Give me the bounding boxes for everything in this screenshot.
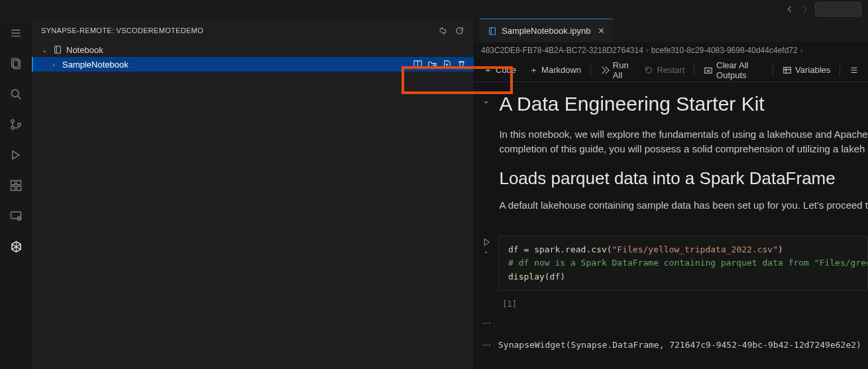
svg-rect-16 <box>784 67 791 73</box>
variables-button[interactable]: Variables <box>777 63 836 77</box>
run-all-icon <box>600 66 610 75</box>
editor-area: SampleNotebook.ipynb ✕ 483C2DE8-FB78-4B2… <box>474 19 868 369</box>
svg-point-3 <box>11 120 15 123</box>
side-panel: SYNAPSE-REMOTE: VSCODEREMOTEDEMO ⌄ Noteb… <box>32 19 474 369</box>
nav-forward-icon[interactable] <box>800 5 810 14</box>
execution-count: [1] <box>498 297 517 309</box>
new-folder-icon[interactable] <box>426 58 438 70</box>
new-file-icon[interactable] <box>441 58 453 70</box>
extensions-icon[interactable] <box>8 178 24 193</box>
variables-icon <box>783 66 792 75</box>
chevron-down-icon[interactable]: ⌄ <box>482 95 490 224</box>
heading-2: Loads parquet data into a Spark DataFram… <box>499 168 868 189</box>
breadcrumb-segment[interactable]: 483C2DE8-FB78-4B2A-BC72-3218D2764314 <box>481 46 643 55</box>
more-icon[interactable]: ⋯ <box>480 318 493 328</box>
breadcrumb[interactable]: 483C2DE8-FB78-4B2A-BC72-3218D2764314 › b… <box>474 42 868 58</box>
menu-icon[interactable] <box>8 25 24 41</box>
svg-rect-14 <box>490 27 496 34</box>
activity-bar <box>0 19 32 369</box>
add-code-button[interactable]: ＋ Code <box>478 62 521 78</box>
tree-label: Notebook <box>66 45 103 55</box>
plus-icon: ＋ <box>484 64 492 76</box>
breadcrumb-segment[interactable]: bcefe310-8c29-4083-9698-40d44c4efd72 <box>651 46 798 55</box>
plus-icon: ＋ <box>529 64 538 76</box>
tree-label: SampleNotebook <box>62 60 129 70</box>
search-icon[interactable] <box>8 86 24 102</box>
source-control-icon[interactable] <box>8 117 24 132</box>
delete-icon[interactable] <box>455 58 467 70</box>
tree-row-samplenotebook[interactable]: › SampleNotebook <box>32 57 474 72</box>
explorer-icon[interactable] <box>8 56 24 72</box>
sync-icon[interactable] <box>438 26 448 36</box>
command-search-input[interactable] <box>815 2 861 17</box>
synapse-icon[interactable] <box>8 238 24 254</box>
markdown-cell[interactable]: ⌄ A Data Engineering Starter Kit In this… <box>476 89 868 235</box>
code-cell[interactable]: ⌄ df = spark.read.csv("Files/yellow_trip… <box>476 235 868 297</box>
open-preview-icon[interactable] <box>411 58 423 70</box>
clear-outputs-button[interactable]: Clear All Outputs <box>698 58 769 82</box>
divider <box>694 64 694 76</box>
editor-tab-label: SampleNotebook.ipynb <box>502 26 590 36</box>
svg-rect-7 <box>11 186 15 190</box>
run-all-button[interactable]: Run All <box>595 58 637 82</box>
output-row: ⋯ <box>476 315 868 328</box>
svg-rect-8 <box>17 186 21 190</box>
remote-icon[interactable] <box>8 208 24 224</box>
chevron-down-icon[interactable]: ⌄ <box>484 248 489 254</box>
tree-row-notebook-folder[interactable]: ⌄ Notebook <box>32 42 474 57</box>
chevron-right-icon: › <box>646 46 649 55</box>
editor-tab[interactable]: SampleNotebook.ipynb ✕ <box>480 19 613 42</box>
outline-button[interactable] <box>844 64 864 77</box>
code-editor[interactable]: df = spark.read.csv("Files/yellow_tripda… <box>498 236 868 290</box>
svg-rect-9 <box>17 181 21 185</box>
svg-point-5 <box>18 123 21 127</box>
more-icon[interactable]: ⋯ <box>480 340 493 350</box>
outline-icon <box>849 66 859 75</box>
add-markdown-button[interactable]: ＋ Markdown <box>524 62 586 78</box>
svg-point-2 <box>11 89 19 97</box>
divider <box>773 64 773 76</box>
side-panel-title: SYNAPSE-REMOTE: VSCODEREMOTEDEMO <box>41 26 203 34</box>
output-text: SynapseWidget(Synapse.DataFrame, 721647c… <box>498 340 868 350</box>
svg-rect-10 <box>11 212 21 219</box>
nav-back-icon[interactable] <box>786 5 795 14</box>
paragraph: A default lakehouse containing sample da… <box>499 198 868 213</box>
svg-rect-12 <box>55 46 61 54</box>
chevron-right-icon: › <box>49 61 58 68</box>
chevron-right-icon: › <box>800 46 803 55</box>
divider <box>590 64 591 76</box>
svg-point-4 <box>11 127 15 130</box>
output-row: ⋯ SynapseWidget(Synapse.DataFrame, 72164… <box>476 337 868 350</box>
run-cell-icon[interactable] <box>482 238 491 246</box>
heading-1: A Data Engineering Starter Kit <box>499 93 868 115</box>
clear-icon <box>704 66 713 75</box>
notebook-icon <box>53 45 62 54</box>
close-icon[interactable]: ✕ <box>598 26 605 36</box>
paragraph: In this notebook, we will explore the fu… <box>499 127 868 156</box>
restart-icon <box>644 66 653 75</box>
refresh-icon[interactable] <box>455 26 464 36</box>
notebook-file-icon <box>488 26 497 36</box>
chevron-down-icon: ⌄ <box>40 46 49 54</box>
run-debug-icon[interactable] <box>8 147 24 163</box>
divider <box>840 64 840 76</box>
restart-button[interactable]: Restart <box>639 63 690 77</box>
svg-rect-6 <box>11 181 15 185</box>
